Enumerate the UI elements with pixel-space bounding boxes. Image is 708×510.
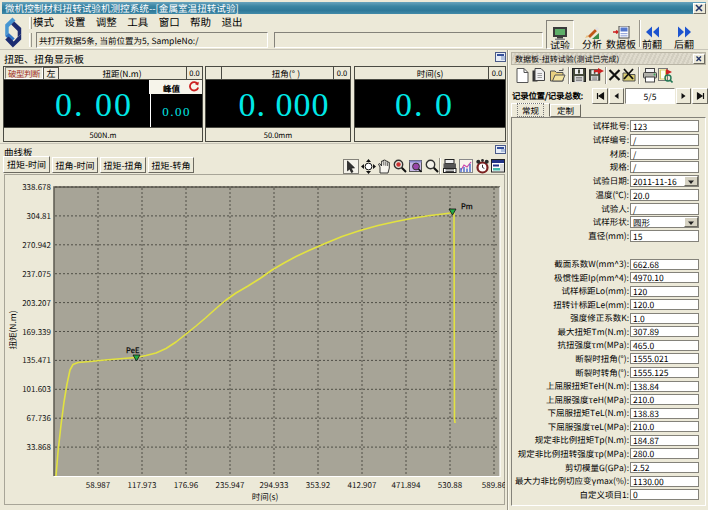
- svg-text:101.603: 101.603: [22, 383, 51, 394]
- svg-text:304.81: 304.81: [27, 210, 51, 221]
- svg-text:530.88: 530.88: [438, 479, 463, 490]
- svg-text:PeE: PeE: [126, 344, 140, 355]
- svg-text:135.471: 135.471: [22, 354, 51, 365]
- svg-text:169.339: 169.339: [22, 326, 51, 337]
- svg-text:589.86: 589.86: [482, 479, 505, 490]
- svg-text:58.987: 58.987: [86, 479, 111, 490]
- svg-text:扭矩(N.m): 扭矩(N.m): [6, 310, 18, 349]
- svg-text:176.96: 176.96: [174, 479, 199, 490]
- svg-text:412.907: 412.907: [348, 479, 377, 490]
- svg-text:353.92: 353.92: [306, 479, 331, 490]
- svg-text:270.942: 270.942: [22, 239, 51, 250]
- svg-text:471.894: 471.894: [392, 479, 421, 490]
- svg-text:235.947: 235.947: [216, 479, 245, 490]
- svg-text:67.736: 67.736: [27, 412, 52, 423]
- svg-text:294.933: 294.933: [260, 479, 289, 490]
- svg-text:338.678: 338.678: [22, 181, 51, 192]
- svg-text:Pm: Pm: [461, 200, 473, 211]
- svg-text:117.973: 117.973: [128, 479, 157, 490]
- svg-text:237.075: 237.075: [22, 268, 51, 279]
- svg-text:203.207: 203.207: [22, 297, 51, 308]
- svg-text:33.868: 33.868: [27, 441, 52, 452]
- svg-text:时间(s): 时间(s): [252, 490, 279, 502]
